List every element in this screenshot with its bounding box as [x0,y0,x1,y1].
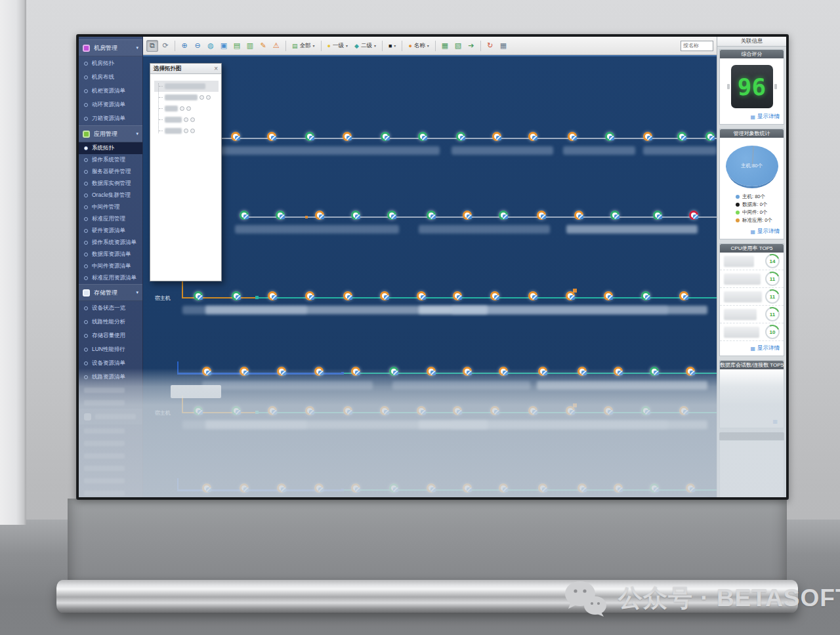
alarm-button[interactable]: ⚠ [270,40,282,52]
topology-node[interactable] [578,483,587,493]
topology-canvas[interactable]: 选择拓扑图 × 宿主机宿主机 [143,55,717,497]
topology-node[interactable] [653,211,662,220]
sidebar-item[interactable]: 设备资源清单 [79,356,142,370]
tree-action-icon[interactable] [200,95,204,100]
refresh-button[interactable]: ⟳ [159,40,171,52]
topology-node[interactable] [267,132,276,141]
topology-node[interactable] [689,211,698,220]
topology-node[interactable] [463,211,472,220]
zoom-out-button[interactable]: ⊖ [192,40,203,52]
topology-node[interactable] [351,483,360,493]
topology-node[interactable] [453,406,462,415]
topology-node[interactable] [351,367,360,376]
sidebar-section-room[interactable]: 机房管理▾ [79,39,142,56]
topology-node[interactable] [686,483,695,493]
topology-node[interactable] [202,367,211,376]
db-detail-link[interactable]: ▦ [720,415,784,428]
topology-node[interactable] [604,406,613,415]
topology-node[interactable] [387,211,396,220]
topology-node[interactable] [641,291,650,300]
topology-node[interactable] [202,483,211,493]
tree-item[interactable] [154,92,219,103]
sidebar-item[interactable]: 线路资源清单 [79,370,142,384]
topology-node[interactable] [650,367,659,376]
topology-node[interactable] [427,483,436,493]
topology-node[interactable] [643,132,652,141]
topology-node[interactable] [705,132,715,141]
topology-node[interactable] [490,291,499,300]
topology-node[interactable] [463,367,472,376]
topology-node[interactable] [453,291,462,300]
sidebar-item[interactable]: 机柜资源清单 [79,84,142,98]
topology-node[interactable] [240,483,249,493]
sidebar-item[interactable]: 存储容量使用 [79,329,142,342]
topology-node[interactable] [610,211,620,220]
topology-node[interactable] [499,211,508,220]
export-device-button[interactable]: ▧ [452,40,464,52]
sidebar-item[interactable]: 中间件管理 [79,201,142,213]
dialog-titlebar[interactable]: 选择拓扑图 × [150,64,221,74]
cpu-detail-link[interactable]: ▦ 显示详情 [720,341,784,356]
level-2-button[interactable]: ◆二级▾ [352,40,379,52]
topology-node[interactable] [276,211,285,220]
sidebar-item[interactable]: 操作系统管理 [79,154,142,166]
topology-node[interactable] [268,406,277,415]
topology-node[interactable] [418,132,427,141]
topology-node[interactable] [240,367,249,376]
label-mode-button[interactable]: ●名称▾ [406,40,431,52]
topology-node[interactable] [389,483,398,493]
topology-node[interactable] [380,406,389,415]
topology-node[interactable] [380,291,389,300]
topology-node[interactable] [528,132,537,141]
topology-node[interactable] [314,483,324,493]
topology-node[interactable] [343,291,352,300]
topology-node[interactable] [277,367,286,376]
tree-action-icon[interactable] [184,117,188,122]
topology-node[interactable] [604,291,613,300]
topology-node[interactable] [417,291,426,300]
tree-action-icon[interactable] [190,117,195,122]
layout-b-button[interactable]: ▥ [244,40,256,52]
topology-node[interactable] [574,211,583,220]
score-detail-link[interactable]: ▦ 显示详情 [720,110,784,124]
topology-node[interactable] [305,291,314,300]
tree-action-icon[interactable] [184,129,188,133]
sidebar-section-storage[interactable]: 存储管理▾ [79,284,142,301]
topology-node[interactable] [389,367,398,376]
tree-action-icon[interactable] [206,95,211,100]
topology-node[interactable] [305,132,314,141]
sidebar-item[interactable]: 标准应用资源清单 [79,272,142,284]
topology-node[interactable] [305,406,314,415]
sidebar-item[interactable]: 设备状态一览 [79,301,142,315]
layout-a-button[interactable]: ▤ [231,40,243,52]
topology-node[interactable] [231,132,240,141]
tree-action-icon[interactable] [186,106,191,111]
sidebar-item[interactable]: Oracle集群管理 [79,190,142,201]
node-style-button[interactable]: ■▾ [386,40,398,52]
sidebar-item[interactable]: 系统拓扑 [79,142,142,154]
sidebar-item[interactable]: LUN性能排行 [79,342,142,356]
topology-node[interactable] [568,132,577,141]
topology-node[interactable] [537,211,546,220]
sidebar-item[interactable]: 标准应用管理 [79,213,142,225]
filter-all-button[interactable]: ▤全部▾ [289,40,318,52]
topology-node[interactable] [492,132,501,141]
topology-node[interactable] [566,291,575,300]
topology-node[interactable] [538,483,547,493]
tree-action-icon[interactable] [180,106,184,111]
topology-node[interactable] [343,406,352,415]
topology-node[interactable] [679,291,688,300]
sidebar-item[interactable]: 线路性能分析 [79,315,142,329]
topology-node[interactable] [528,406,537,415]
topology-node[interactable] [463,483,472,493]
topology-node[interactable] [578,367,587,376]
topology-node[interactable] [679,406,688,415]
topology-node[interactable] [314,367,324,376]
search-input[interactable] [681,41,713,51]
topology-tree-toggle-button[interactable]: ⧉ [146,40,158,52]
topology-node[interactable] [194,406,203,415]
topology-node[interactable] [605,132,614,141]
topology-node[interactable] [528,291,537,300]
sidebar-item[interactable]: 硬件资源清单 [79,225,142,237]
sidebar-item[interactable]: 刀箱资源清单 [79,112,142,125]
